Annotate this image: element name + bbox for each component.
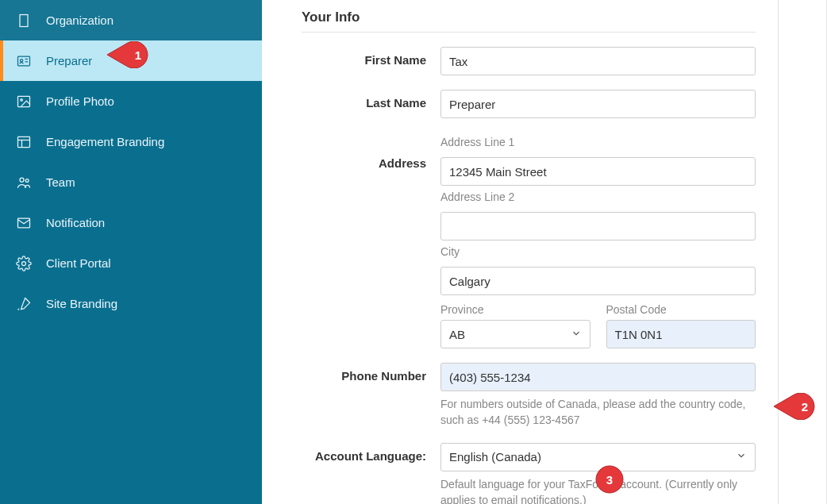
sidebar: Organization Preparer Profile Photo Enga… xyxy=(0,0,262,504)
sidebar-item-team[interactable]: Team xyxy=(0,162,262,202)
province-label: Province xyxy=(440,303,590,316)
last-name-label: Last Name xyxy=(302,90,440,110)
province-value: AB xyxy=(449,328,465,341)
sidebar-item-label: Profile Photo xyxy=(46,94,114,108)
phone-help: For numbers outside of Canada, please ad… xyxy=(440,396,756,429)
chevron-down-icon xyxy=(736,450,747,464)
sidebar-item-notification[interactable]: Notification xyxy=(0,202,262,243)
svg-rect-7 xyxy=(18,56,30,66)
svg-rect-13 xyxy=(18,137,30,147)
id-card-icon xyxy=(16,53,32,69)
callout-3: 3 xyxy=(595,465,624,494)
phone-label: Phone Number xyxy=(302,363,440,383)
sidebar-item-label: Client Portal xyxy=(46,256,111,270)
sidebar-item-profile-photo[interactable]: Profile Photo xyxy=(0,81,262,121)
svg-rect-0 xyxy=(20,14,28,26)
sidebar-item-organization[interactable]: Organization xyxy=(0,0,262,40)
main-content: Your Info First Name Last Name Address A… xyxy=(262,0,779,504)
team-icon xyxy=(16,175,32,190)
svg-rect-11 xyxy=(18,96,30,106)
callout-2: 2 xyxy=(774,393,821,420)
image-icon xyxy=(16,94,32,110)
address-line1-label: Address Line 1 xyxy=(440,136,756,148)
gear-icon xyxy=(16,256,32,271)
svg-point-8 xyxy=(20,59,22,61)
sidebar-item-label: Preparer xyxy=(46,54,92,67)
sidebar-item-label: Notification xyxy=(46,216,105,229)
sidebar-item-label: Organization xyxy=(46,13,113,27)
address-line1-input[interactable] xyxy=(440,157,756,186)
first-name-label: First Name xyxy=(302,47,440,67)
language-value: English (Canada) xyxy=(449,450,541,464)
svg-point-19 xyxy=(22,261,26,265)
sidebar-item-site-branding[interactable]: Site Branding xyxy=(0,283,262,324)
sidebar-item-label: Engagement Branding xyxy=(46,135,164,148)
address-line2-input[interactable] xyxy=(440,212,756,240)
svg-point-16 xyxy=(20,178,24,182)
language-label: Account Language: xyxy=(302,443,440,463)
svg-rect-18 xyxy=(18,218,30,228)
sidebar-item-label: Site Branding xyxy=(46,297,117,310)
address-label: Address xyxy=(302,133,440,170)
first-name-input[interactable] xyxy=(440,47,756,75)
postal-input[interactable] xyxy=(606,320,756,348)
callout-1: 1 xyxy=(107,41,155,68)
postal-label: Postal Code xyxy=(606,303,756,316)
last-name-input[interactable] xyxy=(440,90,756,118)
sidebar-item-client-portal[interactable]: Client Portal xyxy=(0,243,262,283)
mail-icon xyxy=(16,215,32,231)
brush-icon xyxy=(16,296,32,312)
building-icon xyxy=(16,13,32,29)
address-line2-label: Address Line 2 xyxy=(440,190,756,203)
section-title: Your Info xyxy=(302,10,756,33)
city-label: City xyxy=(440,245,756,258)
city-input[interactable] xyxy=(440,267,756,295)
svg-point-12 xyxy=(21,98,22,101)
phone-input[interactable] xyxy=(440,363,756,391)
chevron-down-icon xyxy=(571,328,582,341)
sidebar-item-engagement-branding[interactable]: Engagement Branding xyxy=(0,121,262,162)
layout-icon xyxy=(16,134,32,150)
svg-point-17 xyxy=(25,179,29,182)
sidebar-item-label: Team xyxy=(46,175,75,189)
province-select[interactable]: AB xyxy=(440,320,590,348)
